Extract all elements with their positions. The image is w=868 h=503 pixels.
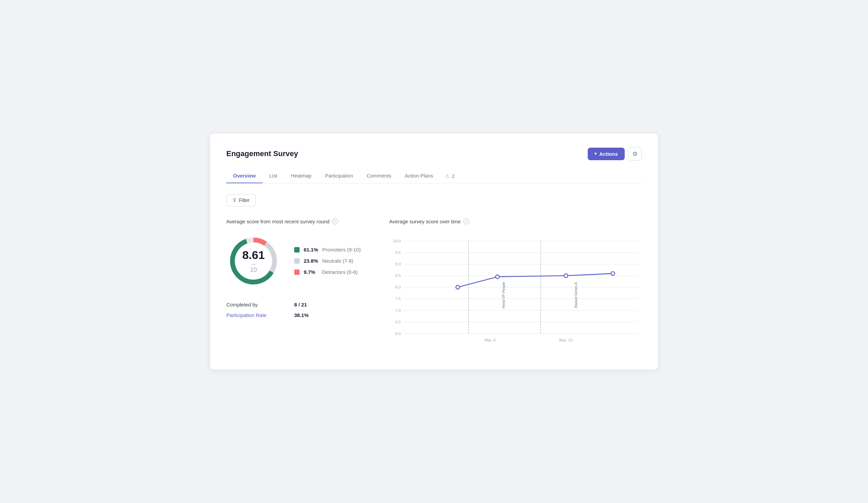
- tab-comments[interactable]: Comments: [360, 169, 398, 183]
- filter-icon: ⊽: [233, 197, 236, 203]
- line-chart: 10.0 9.5 9.0 8.5 8.0 7.5 7.0 6.5 6.0: [389, 234, 642, 349]
- detractors-pct: 9.7%: [304, 269, 318, 275]
- svg-text:10.0: 10.0: [393, 239, 401, 243]
- main-content: Average score from most recent survey ro…: [226, 218, 642, 349]
- promoters-label: Promoters (9-10): [322, 247, 361, 253]
- right-section-title: Average survey score over time i: [389, 218, 642, 224]
- legend-neutrals: 23.8% Neutrals (7-8): [294, 258, 361, 264]
- tab-participation[interactable]: Participation: [318, 169, 360, 183]
- gauge-chart: 8.61 — 10: [226, 234, 281, 288]
- svg-point-26: [456, 286, 460, 289]
- tab-warning[interactable]: ⚠ 2: [440, 169, 460, 183]
- tab-overview[interactable]: Overview: [226, 169, 263, 183]
- svg-text:7.5: 7.5: [395, 296, 401, 301]
- gauge-score: 8.61: [242, 249, 265, 261]
- svg-text:Mar. 6: Mar. 6: [485, 337, 495, 342]
- stat-completed: Completed by 8 / 21: [226, 302, 369, 308]
- svg-text:8.0: 8.0: [395, 285, 401, 289]
- promoters-pct: 61.1%: [304, 247, 318, 253]
- svg-text:Raised Series A: Raised Series A: [574, 282, 578, 308]
- left-panel: Average score from most recent survey ro…: [226, 218, 369, 349]
- completed-label: Completed by: [226, 302, 294, 308]
- svg-point-27: [496, 275, 499, 279]
- stat-participation: Participation Rate 38.1%: [226, 312, 369, 318]
- right-panel: Average survey score over time i 10.0 9.…: [389, 218, 642, 349]
- gauge-divider: —: [242, 261, 265, 266]
- gauge-total: 10: [250, 266, 257, 273]
- legend-detractors: 9.7% Detractors (0-6): [294, 269, 361, 275]
- info-icon-right[interactable]: i: [464, 218, 469, 224]
- neutrals-pct: 23.8%: [304, 258, 318, 264]
- filter-button[interactable]: ⊽ Filter: [226, 194, 256, 206]
- svg-text:7.0: 7.0: [395, 308, 401, 312]
- svg-text:8.5: 8.5: [395, 273, 401, 278]
- tab-action-plans[interactable]: Action Plans: [398, 169, 440, 183]
- neutrals-dot: [294, 258, 300, 264]
- promoters-dot: [294, 247, 300, 253]
- chevron-down-icon: ▾: [595, 151, 597, 156]
- page-header: Engagement Survey ▾ Actions ⚙: [226, 147, 642, 161]
- svg-text:9.0: 9.0: [395, 262, 401, 266]
- actions-button[interactable]: ▾ Actions: [588, 148, 625, 160]
- stats-row: Completed by 8 / 21 Participation Rate 3…: [226, 302, 369, 318]
- legend-promoters: 61.1% Promoters (9-10): [294, 247, 361, 253]
- detractors-dot: [294, 269, 300, 275]
- tab-bar: Overview List Heatmap Participation Comm…: [226, 169, 642, 183]
- svg-text:Hired VP People: Hired VP People: [502, 282, 506, 308]
- participation-value: 38.1%: [294, 312, 309, 318]
- completed-value: 8 / 21: [294, 302, 307, 308]
- gear-icon: ⚙: [632, 150, 638, 157]
- header-actions: ▾ Actions ⚙: [588, 147, 642, 161]
- gauge-center: 8.61 — 10: [242, 249, 265, 273]
- participation-rate-link[interactable]: Participation Rate: [226, 312, 294, 318]
- left-section-title: Average score from most recent survey ro…: [226, 218, 369, 224]
- tab-heatmap[interactable]: Heatmap: [284, 169, 318, 183]
- svg-text:6.0: 6.0: [395, 331, 401, 335]
- info-icon-left[interactable]: i: [332, 218, 338, 224]
- tab-list[interactable]: List: [263, 169, 284, 183]
- svg-text:9.5: 9.5: [395, 250, 401, 255]
- detractors-label: Detractors (0-6): [322, 269, 358, 275]
- gauge-area: 8.61 — 10 61.1% Promoters (9-10) 23.8%: [226, 234, 369, 288]
- settings-button[interactable]: ⚙: [628, 147, 642, 161]
- svg-point-29: [611, 271, 615, 275]
- main-card: Engagement Survey ▾ Actions ⚙ Overview L…: [210, 133, 658, 370]
- warning-icon: ⚠: [445, 173, 450, 179]
- neutrals-label: Neutrals (7-8): [322, 258, 354, 264]
- svg-text:Mar. 13: Mar. 13: [559, 337, 572, 342]
- svg-point-28: [564, 274, 568, 278]
- score-legend: 61.1% Promoters (9-10) 23.8% Neutrals (7…: [294, 247, 361, 275]
- svg-text:6.5: 6.5: [395, 319, 401, 324]
- filter-row: ⊽ Filter: [226, 194, 642, 206]
- page-title: Engagement Survey: [226, 149, 298, 158]
